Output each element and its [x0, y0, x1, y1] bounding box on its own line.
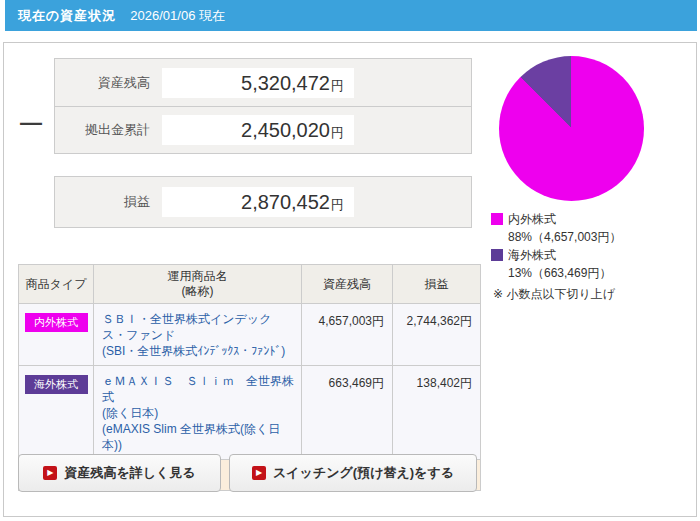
col-header-product-type: 商品タイプ: [19, 265, 94, 304]
type-badge-foreign: 海外株式: [25, 375, 88, 394]
col-header-profit: 損益: [393, 265, 481, 304]
contribution-value: 2,450,020: [241, 119, 330, 141]
profit-label: 損益: [55, 193, 150, 211]
legend-detail-foreign: 13%（663,469円）: [508, 264, 621, 282]
pie-legend: 内外株式 88%（4,657,003円） 海外株式 13%（663,469円） …: [491, 210, 621, 302]
profit-cell: 2,744,362円: [393, 304, 481, 366]
profit-cell: 138,402円: [393, 366, 481, 460]
header-date: 2026/01/06 現在: [130, 7, 225, 25]
profit-row: 損益 2,870,452円: [55, 177, 471, 227]
view-balance-detail-button[interactable]: ▶ 資産残高を詳しく見る: [18, 454, 221, 492]
product-name-link[interactable]: ＳＢＩ・全世界株式インデックス・ファンド(SBI・全世界株式ｲﾝﾃﾞｯｸｽ・ﾌｧ…: [102, 311, 295, 359]
type-cell: 海外株式: [19, 366, 94, 460]
balance-contribution-box: 資産残高 5,320,472円 拠出金累計 2,450,020円: [54, 58, 472, 154]
legend-label-foreign: 海外株式: [508, 246, 556, 264]
profit-value: 2,870,452: [241, 191, 330, 213]
pie-chart: [499, 56, 644, 201]
type-badge-domestic: 内外株式: [25, 313, 88, 332]
balance-value: 5,320,472: [241, 72, 330, 94]
table-row-foreign: 海外株式 ｅＭＡＸＩＳ Ｓｌｉｍ 全世界株式(除く日本)(eMAXIS Slim…: [19, 366, 481, 460]
play-icon: ▶: [252, 466, 266, 480]
play-icon: ▶: [43, 466, 57, 480]
legend-detail-domestic: 88%（4,657,003円）: [508, 228, 621, 246]
legend-item-foreign: 海外株式 13%（663,469円）: [491, 246, 621, 282]
page-title: 現在の資産状況: [18, 7, 116, 25]
contribution-value-box: 2,450,020円: [162, 115, 354, 145]
view-balance-detail-label: 資産残高を詳しく見る: [64, 464, 195, 482]
legend-label-domestic: 内外株式: [508, 210, 556, 228]
header-bar: 現在の資産状況 2026/01/06 現在: [5, 0, 697, 31]
contribution-label: 拠出金累計: [55, 121, 150, 139]
balance-cell: 4,657,003円: [302, 304, 393, 366]
balance-cell: 663,469円: [302, 366, 393, 460]
contribution-row: 拠出金累計 2,450,020円: [55, 106, 471, 153]
product-name-link[interactable]: ｅＭＡＸＩＳ Ｓｌｉｍ 全世界株式(除く日本)(eMAXIS Slim 全世界株…: [102, 373, 295, 453]
switching-label: スイッチング(預け替え)をする: [273, 464, 454, 482]
balance-row: 資産残高 5,320,472円: [55, 59, 471, 106]
balance-value-box: 5,320,472円: [162, 68, 354, 98]
asset-status-panel: 資産残高 5,320,472円 拠出金累計 2,450,020円 — 損益 2,…: [3, 42, 697, 517]
col-header-balance: 資産残高: [302, 265, 393, 304]
switching-button[interactable]: ▶ スイッチング(預け替え)をする: [229, 454, 477, 492]
type-cell: 内外株式: [19, 304, 94, 366]
product-name-cell: ｅＭＡＸＩＳ Ｓｌｉｍ 全世界株式(除く日本)(eMAXIS Slim 全世界株…: [94, 366, 302, 460]
table-header-row: 商品タイプ 運用商品名(略称) 資産残高 損益: [19, 265, 481, 304]
rounding-note: ※ 小数点以下切り上げ: [493, 286, 621, 302]
balance-unit: 円: [331, 78, 344, 93]
table-row-domestic: 内外株式 ＳＢＩ・全世界株式インデックス・ファンド(SBI・全世界株式ｲﾝﾃﾞｯ…: [19, 304, 481, 366]
contribution-unit: 円: [331, 125, 344, 140]
minus-sign: —: [20, 112, 42, 134]
profit-value-box: 2,870,452円: [162, 187, 354, 217]
foreign-swatch-icon: [491, 249, 503, 261]
balance-label: 資産残高: [55, 74, 150, 92]
domestic-swatch-icon: [491, 213, 503, 225]
col-header-product-name: 運用商品名(略称): [94, 265, 302, 304]
profit-box: 損益 2,870,452円: [54, 176, 472, 228]
profit-unit: 円: [331, 197, 344, 212]
product-name-cell: ＳＢＩ・全世界株式インデックス・ファンド(SBI・全世界株式ｲﾝﾃﾞｯｸｽ・ﾌｧ…: [94, 304, 302, 366]
legend-item-domestic: 内外株式 88%（4,657,003円）: [491, 210, 621, 246]
